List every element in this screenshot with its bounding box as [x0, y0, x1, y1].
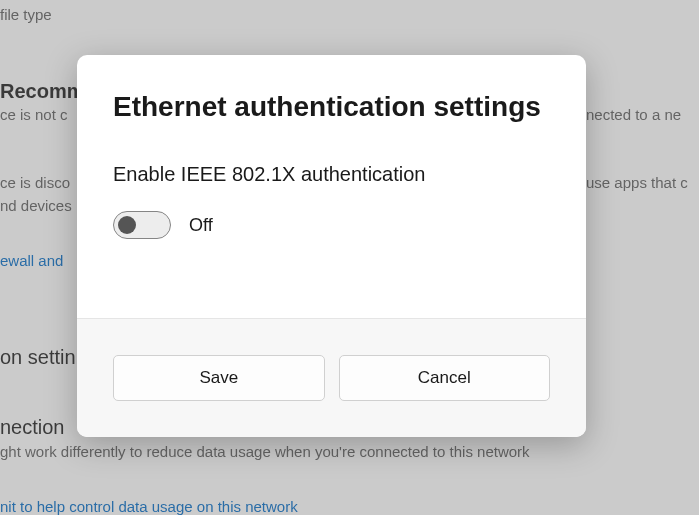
- cancel-button[interactable]: Cancel: [339, 355, 551, 401]
- toggle-row: Off: [113, 211, 550, 239]
- toggle-state-text: Off: [189, 215, 213, 236]
- toggle-knob: [118, 216, 136, 234]
- ethernet-auth-dialog: Ethernet authentication settings Enable …: [77, 55, 586, 437]
- ieee-8021x-toggle[interactable]: [113, 211, 171, 239]
- save-button[interactable]: Save: [113, 355, 325, 401]
- dialog-footer: Save Cancel: [77, 318, 586, 437]
- dialog-content: Ethernet authentication settings Enable …: [77, 55, 586, 318]
- ieee-8021x-label: Enable IEEE 802.1X authentication: [113, 163, 550, 186]
- dialog-title: Ethernet authentication settings: [113, 91, 550, 123]
